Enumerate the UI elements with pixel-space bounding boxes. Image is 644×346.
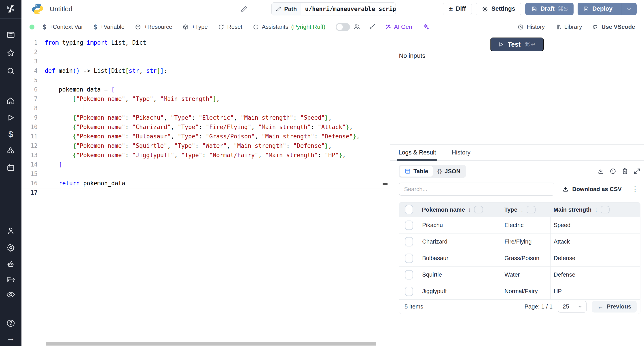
code-line-16[interactable]: 16 return pokemon_data [22,178,390,188]
column-filter-checkbox[interactable] [474,206,483,213]
info-icon[interactable] [610,168,616,174]
workers-robot-icon[interactable] [5,259,16,270]
use-vscode-button[interactable]: Use VScode [592,23,635,30]
sparkles-icon[interactable] [422,23,429,31]
history-button[interactable]: History [518,23,545,30]
windmill-logo-icon[interactable] [5,3,16,14]
more-options-kebab-icon[interactable]: ⋮ [632,185,640,193]
sort-icon[interactable]: ↕ [520,206,524,213]
column-filter-checkbox[interactable] [526,206,536,213]
deploy-button[interactable]: Deploy [578,3,636,15]
path-value[interactable]: u/henri/maneuverable_script [301,3,396,15]
add-variable-button[interactable]: $+Variable [93,23,124,31]
reset-button[interactable]: Reset [218,23,242,30]
tab-logs-result[interactable]: Logs & Result [398,145,436,160]
deploy-dropdown-chevron[interactable] [621,3,636,15]
view-json-chip[interactable]: {} JSON [433,166,465,177]
code-line-8[interactable]: 8 [22,104,390,113]
row-checkbox[interactable] [405,237,413,246]
code-line-4[interactable]: 4def main() -> List[Dict[str, str]]: [22,66,390,75]
settings-button[interactable]: Settings [476,3,521,15]
save-icon [583,6,589,12]
collaboration-toggle[interactable] [336,23,350,31]
page-size-select[interactable]: 25 [558,301,586,313]
row-checkbox[interactable] [405,254,413,263]
code-line-1[interactable]: 1from typing import List, Dict [22,38,390,47]
home-icon[interactable] [5,96,16,106]
ai-gen-button[interactable]: AI Gen [385,23,412,30]
table-row[interactable]: CharizardFire/FlyingAttack [399,233,640,250]
code-line-13[interactable]: 13 {"Pokemon name": "Jigglypuff", "Type"… [22,151,390,160]
audit-eye-icon[interactable] [5,289,16,300]
view-table-chip[interactable]: Table [400,166,433,177]
table-row[interactable]: PikachuElectricSpeed [399,217,640,233]
code-line-10[interactable]: 10 {"Pokemon name": "Charizard", "Type":… [22,122,390,132]
topbar-actions: ± Diff Settings Draft ⌘S Deploy [443,3,636,15]
clipboard-icon[interactable] [622,168,628,174]
pencil-icon [276,6,282,12]
code-text: ["Pokemon name", "Type", "Main strength"… [45,96,220,102]
resources-cubes-icon[interactable] [5,146,16,156]
expand-icon[interactable] [634,168,640,174]
folders-icon[interactable] [5,274,16,285]
code-line-12[interactable]: 12 {"Pokemon name": "Squirtle", "Type": … [22,141,390,151]
previous-page-button[interactable]: ← Previous [592,301,636,313]
code-text: return pokemon_data [45,180,125,187]
code-line-2[interactable]: 2 [22,47,390,57]
arrow-left-icon: ← [597,304,604,310]
code-line-3[interactable]: 3 [22,57,390,66]
sort-icon[interactable]: ↕ [468,206,471,213]
inputs-section: Test ⌘↵ No inputs [390,36,644,145]
code-line-17[interactable]: 17 [22,188,390,197]
format-brush-icon[interactable] [369,23,376,31]
diff-button[interactable]: ± Diff [443,3,472,15]
line-number: 10 [22,124,45,130]
editor-horizontal-scrollbar[interactable] [46,342,376,346]
edit-title-pencil-icon[interactable] [240,5,248,13]
add-context-var-button[interactable]: $+Context Var [42,23,83,31]
add-type-button[interactable]: +Type [182,23,208,30]
select-all-checkbox[interactable] [405,205,413,214]
draft-button[interactable]: Draft ⌘S [525,3,574,15]
column-filter-checkbox[interactable] [600,206,610,213]
settings-gear-icon[interactable] [5,242,16,253]
help-icon[interactable] [5,318,16,329]
sort-icon[interactable]: ↕ [594,206,598,213]
assistants-button[interactable]: Assistants (Pyright Ruff) [253,23,325,30]
code-line-11[interactable]: 11 {"Pokemon name": "Bulbasaur", "Type":… [22,132,390,141]
table-row[interactable]: SquirtleWaterDefense [399,266,640,283]
table-row[interactable]: JigglypuffNormal/FairyHP [399,283,640,299]
row-checkbox[interactable] [405,220,413,230]
row-checkbox[interactable] [405,270,413,280]
code-line-9[interactable]: 9 {"Pokemon name": "Pikachu", "Type": "E… [22,113,390,122]
user-icon[interactable] [5,225,16,236]
schedules-calendar-icon[interactable] [5,162,16,173]
add-resource-button[interactable]: +Resource [135,23,172,30]
column-header[interactable]: Pokemon name↕ [419,202,501,217]
runs-play-icon[interactable] [5,112,16,123]
code-line-6[interactable]: 6 pokemon_data = [ [22,85,390,94]
download-csv-button[interactable]: Download as CSV [562,186,622,193]
search-icon[interactable] [5,66,16,76]
variables-dollar-icon[interactable]: $ [5,129,16,140]
download-icon[interactable] [598,168,604,174]
expand-sidebar-arrow-icon[interactable]: → [5,333,16,343]
library-button[interactable]: Library [555,23,582,30]
result-search-input[interactable] [399,182,554,195]
column-header[interactable]: Main strength↕ [550,202,640,217]
script-path-field[interactable]: Path u/henri/maneuverable_script [272,2,396,15]
tab-history[interactable]: History [452,145,470,160]
table-row[interactable]: BulbasaurGrass/PoisonDefense [399,250,640,266]
workspace-switcher-icon[interactable] [5,29,16,40]
test-button[interactable]: Test ⌘↵ [490,37,544,51]
code-editor[interactable]: 1from typing import List, Dict234def mai… [22,36,390,346]
multiplayer-users-icon[interactable] [354,23,360,31]
favorites-star-icon[interactable] [5,47,16,58]
row-checkbox[interactable] [405,287,413,296]
code-line-7[interactable]: 7 ["Pokemon name", "Type", "Main strengt… [22,94,390,104]
code-line-15[interactable]: 15 [22,169,390,178]
column-header[interactable]: Type↕ [501,202,550,217]
table-cell: Defense [550,267,640,283]
code-line-5[interactable]: 5 [22,75,390,85]
code-line-14[interactable]: 14 ] [22,160,390,169]
